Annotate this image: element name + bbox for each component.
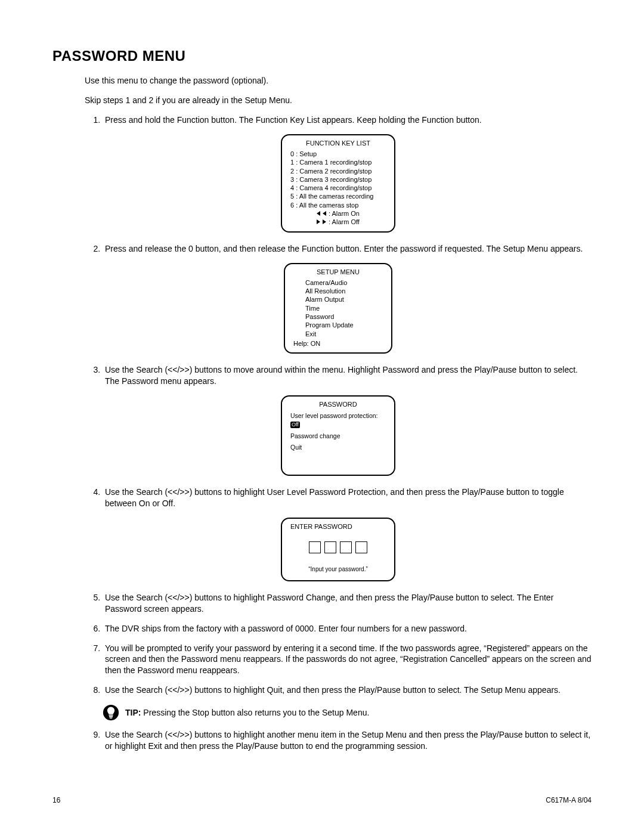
step-7: You will be prompted to verify your pass… [103, 643, 592, 677]
svg-rect-1 [109, 715, 113, 716]
fkl-alarm-on: : Alarm On [329, 209, 360, 218]
intro-para-2: Skip steps 1 and 2 if you are already in… [85, 95, 592, 106]
password-menu-box: PASSWORD User level password protection:… [281, 395, 395, 476]
setup-title: SETUP MENU [293, 268, 383, 276]
setup-item-3: Time [305, 304, 383, 312]
enter-password-title: ENTER PASSWORD [290, 522, 386, 531]
pwd-row3: Quit [290, 444, 386, 452]
rewind-icon [317, 211, 320, 216]
setup-item-2: Alarm Output [305, 295, 383, 304]
setup-item-0: Camera/Audio [305, 278, 383, 287]
enter-password-box: ENTER PASSWORD “Input your password.” [281, 518, 395, 581]
tip-text-container: TIP: Pressing the Stop button also retur… [125, 707, 369, 719]
svg-rect-3 [110, 718, 112, 719]
intro-para-1: Use this menu to change the password (op… [85, 75, 592, 86]
function-key-list-box: FUNCTION KEY LIST 0 : Setup 1 : Camera 1… [281, 134, 395, 233]
forward-icon [323, 219, 326, 224]
fkl-item-0: 0 : Setup [290, 150, 386, 158]
step-9: Use the Search (<</>>) buttons to highli… [103, 729, 592, 752]
page-number: 16 [52, 796, 60, 804]
fkl-alarm-off: : Alarm Off [329, 218, 360, 226]
password-title: PASSWORD [290, 400, 386, 408]
step-4: Use the Search (<</>>) buttons to highli… [103, 487, 592, 509]
step-3: Use the Search (<</>>) buttons to move a… [103, 364, 592, 387]
setup-item-4: Password [305, 312, 383, 321]
forward-icon [317, 219, 320, 224]
step-2: Press and release the 0 button, and then… [103, 243, 592, 255]
setup-item-5: Program Update [305, 321, 383, 329]
doc-id: C617M-A 8/04 [546, 796, 592, 804]
step-1: Press and hold the Function button. The … [103, 114, 592, 126]
setup-item-1: All Resolution [305, 287, 383, 295]
page-title: PASSWORD MENU [52, 48, 592, 64]
fkl-item-6: 6 : All the cameras stop [290, 201, 386, 209]
pwd-row1-label: User level password protection: [290, 412, 377, 419]
fkl-item-1: 1 : Camera 1 recording/stop [290, 158, 386, 166]
step-5: Use the Search (<</>>) buttons to highli… [103, 592, 592, 615]
pwd-row1-value: Off [290, 422, 300, 428]
steps-list: Press and hold the Function button. The … [85, 114, 592, 126]
setup-menu-box: SETUP MENU Camera/Audio All Resolution A… [284, 263, 392, 354]
rewind-icon [323, 211, 326, 216]
lightbulb-icon [103, 704, 119, 721]
enter-password-msg: “Input your password.” [290, 565, 386, 573]
svg-rect-2 [109, 716, 113, 717]
step-8: Use the Search (<</>>) buttons to highli… [103, 685, 592, 696]
fkl-title: FUNCTION KEY LIST [290, 139, 386, 147]
step-6: The DVR ships from the factory with a pa… [103, 623, 592, 634]
setup-help: Help: ON [293, 339, 383, 348]
fkl-item-5: 5 : All the cameras recording [290, 192, 386, 200]
fkl-item-4: 4 : Camera 4 recording/stop [290, 184, 386, 192]
pwd-row2: Password change [290, 432, 386, 441]
fkl-item-3: 3 : Camera 3 recording/stop [290, 175, 386, 184]
fkl-item-2: 2 : Camera 2 recording/stop [290, 167, 386, 175]
tip-label: TIP: [125, 708, 141, 717]
password-input-boxes [290, 541, 386, 553]
setup-item-6: Exit [305, 330, 383, 338]
tip-text: Pressing the Stop button also returns yo… [141, 708, 369, 717]
